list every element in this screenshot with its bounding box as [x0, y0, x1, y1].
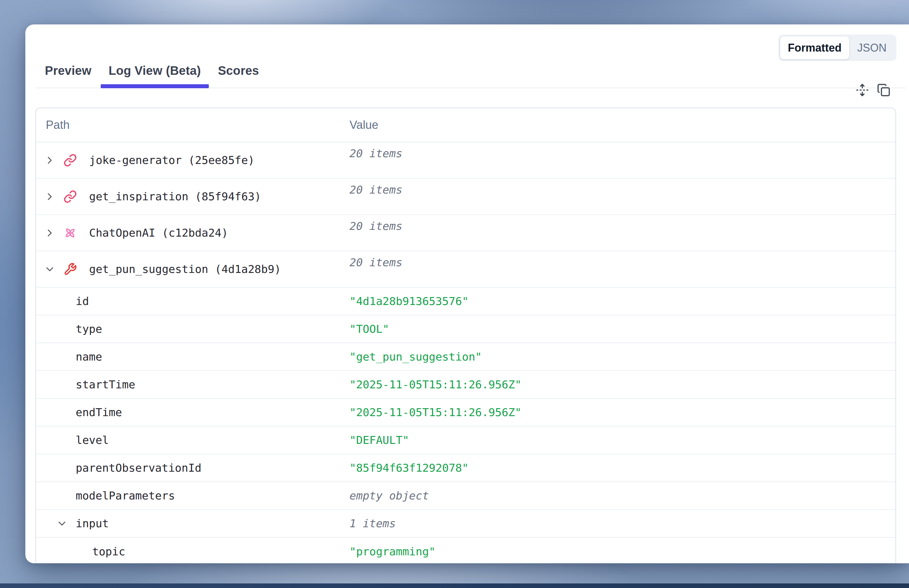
value-text: "DEFAULT": [349, 434, 409, 446]
path-cell: modelParameters: [36, 482, 349, 509]
path-label: joke-generator (25ee85fe): [89, 154, 255, 166]
value-cell: 20 items: [349, 179, 895, 214]
value-text: 20 items: [349, 256, 402, 269]
table-row: level"DEFAULT": [36, 426, 895, 454]
chevron-right-icon[interactable]: [44, 227, 56, 239]
path-cell: input: [36, 510, 349, 537]
value-cell: "85f94f63f1292078": [349, 454, 895, 481]
path-cell: id: [36, 288, 349, 315]
value-text: 1 items: [349, 517, 396, 530]
value-cell: "2025-11-05T15:11:26.956Z": [349, 399, 895, 426]
path-cell: type: [36, 315, 349, 342]
path-label: startTime: [76, 378, 135, 391]
value-cell: "programming": [349, 538, 895, 563]
path-cell: ChatOpenAI (c12bda24): [36, 215, 349, 250]
table-row: type"TOOL": [36, 315, 895, 343]
table-row: id"4d1a28b913653576": [36, 288, 895, 315]
toggle-json[interactable]: JSON: [849, 36, 894, 59]
table-body: joke-generator (25ee85fe)20 itemsget_ins…: [36, 142, 895, 563]
table-row: startTime"2025-11-05T15:11:26.956Z": [36, 371, 895, 399]
path-cell: parentObservationId: [36, 454, 349, 481]
value-cell: "2025-11-05T15:11:26.956Z": [349, 371, 895, 398]
path-label: get_pun_suggestion (4d1a28b9): [89, 263, 281, 275]
path-label: level: [76, 434, 109, 446]
value-cell: "TOOL": [349, 315, 895, 342]
path-cell: topic: [36, 538, 349, 563]
desktop-background-edge: [0, 583, 909, 588]
link-icon: [63, 190, 77, 204]
value-cell: "4d1a28b913653576": [349, 288, 895, 315]
path-label: type: [76, 323, 102, 335]
value-text: 20 items: [349, 147, 402, 160]
table-row[interactable]: joke-generator (25ee85fe)20 items: [36, 142, 895, 179]
table-row[interactable]: ChatOpenAI (c12bda24)20 items: [36, 215, 895, 251]
value-text: "2025-11-05T15:11:26.956Z": [349, 378, 522, 391]
chevron-down-icon[interactable]: [44, 263, 56, 275]
observation-log-table: Path Value joke-generator (25ee85fe)20 i…: [35, 107, 896, 563]
value-cell: 20 items: [349, 251, 895, 287]
path-label: id: [76, 295, 89, 307]
value-text: "get_pun_suggestion": [349, 351, 482, 363]
tab-log-view[interactable]: Log View (Beta): [109, 64, 201, 87]
value-text: "2025-11-05T15:11:26.956Z": [349, 406, 522, 418]
path-cell: endTime: [36, 399, 349, 426]
table-row: endTime"2025-11-05T15:11:26.956Z": [36, 399, 895, 426]
value-cell: 20 items: [349, 215, 895, 250]
value-text: "4d1a28b913653576": [349, 295, 468, 307]
chevron-right-icon[interactable]: [44, 155, 56, 166]
value-text: "TOOL": [349, 323, 389, 335]
value-cell: "get_pun_suggestion": [349, 343, 895, 370]
table-row: topic"programming": [36, 538, 895, 563]
value-cell: "DEFAULT": [349, 426, 895, 454]
path-label: parentObservationId: [76, 462, 202, 474]
trace-detail-card: Preview Log View (Beta) Scores Formatted…: [25, 24, 909, 563]
path-label: input: [76, 517, 109, 530]
table-row[interactable]: get_inspiration (85f94f63)20 items: [36, 179, 895, 215]
path-label: ChatOpenAI (c12bda24): [89, 226, 228, 239]
value-text: 20 items: [349, 220, 402, 232]
path-cell: joke-generator (25ee85fe): [36, 142, 349, 178]
toggle-formatted[interactable]: Formatted: [780, 36, 849, 59]
path-label: name: [76, 351, 102, 363]
value-cell: 20 items: [349, 142, 895, 178]
wrench-icon: [63, 263, 77, 276]
table-row[interactable]: get_pun_suggestion (4d1a28b9)20 items: [36, 251, 895, 288]
path-label: topic: [92, 545, 125, 558]
chevron-right-icon[interactable]: [44, 191, 56, 202]
link-icon: [63, 153, 77, 167]
table-header: Path Value: [36, 108, 895, 142]
value-cell: empty object: [349, 482, 895, 509]
unfold-vertical-icon[interactable]: [856, 83, 869, 97]
table-row: parentObservationId"85f94f63f1292078": [36, 454, 895, 482]
chevron-down-icon[interactable]: [56, 518, 68, 529]
table-row: modelParametersempty object: [36, 482, 895, 510]
column-header-value: Value: [349, 118, 895, 132]
value-text: "programming": [349, 545, 436, 558]
path-label: get_inspiration (85f94f63): [89, 190, 261, 203]
value-text: empty object: [349, 489, 429, 502]
value-text: "85f94f63f1292078": [349, 462, 468, 474]
path-cell: name: [36, 343, 349, 370]
pinwheel-icon: [63, 226, 77, 240]
path-cell: level: [36, 426, 349, 454]
tab-bar: Preview Log View (Beta) Scores: [35, 24, 906, 88]
value-text: 20 items: [349, 184, 402, 196]
path-label: modelParameters: [76, 489, 175, 502]
value-cell: 1 items: [349, 510, 895, 537]
section-actions: [856, 83, 890, 97]
table-row[interactable]: input1 items: [36, 510, 895, 538]
column-header-path: Path: [36, 118, 349, 132]
tab-preview[interactable]: Preview: [45, 64, 92, 87]
table-row: name"get_pun_suggestion": [36, 343, 895, 371]
path-label: endTime: [76, 406, 122, 418]
copy-icon[interactable]: [877, 83, 890, 97]
tab-scores[interactable]: Scores: [218, 64, 259, 87]
format-toggle: Formatted JSON: [778, 34, 896, 61]
path-cell: get_inspiration (85f94f63): [36, 179, 349, 214]
path-cell: startTime: [36, 371, 349, 398]
path-cell: get_pun_suggestion (4d1a28b9): [36, 251, 349, 287]
